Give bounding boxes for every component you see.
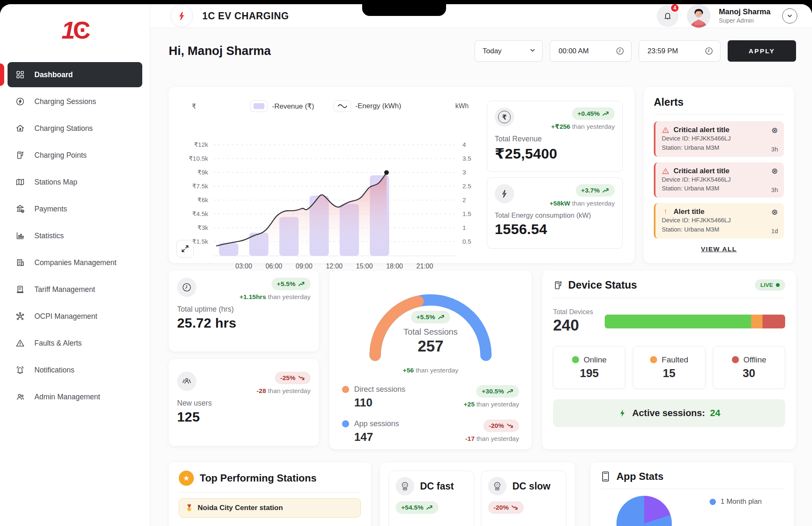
app-sessions-value: 147 [354, 431, 399, 444]
sidebar-item-label: Notifications [34, 366, 74, 375]
station-list-item[interactable]: Noida City Center station [179, 498, 361, 518]
expand-chart-button[interactable] [176, 240, 194, 258]
revenue-swatch-icon [250, 100, 268, 112]
app-brand-icon [170, 5, 193, 27]
device-status-bar [605, 315, 785, 328]
revenue-value: ₹25,5400 [495, 145, 615, 162]
svg-text:₹6k: ₹6k [198, 196, 209, 203]
svg-text:06:00: 06:00 [266, 263, 282, 270]
sidebar-item-tariff-management[interactable]: Tariff Management [8, 277, 142, 302]
notifications-button[interactable]: 4 [657, 5, 679, 27]
sidebar-item-faults-alerts[interactable]: Faults & Alerts [8, 331, 142, 356]
app-sessions-dot [342, 420, 349, 427]
critical-alert-icon [662, 126, 669, 134]
user-avatar[interactable] [687, 4, 710, 28]
offline-value: 30 [743, 367, 755, 380]
admin-users-icon [15, 392, 25, 402]
alert-device: Device ID: HFJKK5466LJ [662, 216, 778, 225]
pie-legend-item: 1 Month plan [710, 497, 762, 506]
page-greeting: Hi, Manoj Sharma [169, 44, 271, 58]
sidebar-item-ocpi-management[interactable]: OCPI Management [8, 304, 142, 329]
alert-title: Critical alert title [674, 126, 729, 134]
svg-text:21:00: 21:00 [416, 263, 433, 270]
top-stations-title: Top Performing Stations [200, 472, 316, 484]
sidebar-item-label: Statistics [34, 232, 64, 240]
svg-text:03:00: 03:00 [235, 263, 252, 270]
trend-down-icon [298, 375, 305, 380]
top-bar: 1C EV CHARGING 4 Manoj Sharma Super Admi… [150, 4, 812, 28]
new-users-card: -25% -28 than yesterday New users 125 [169, 359, 319, 446]
sidebar-item-companies-management[interactable]: Companies Management [8, 250, 142, 275]
dc-fast-box[interactable]: DC fast +54.5% [389, 471, 474, 526]
user-menu-button[interactable] [782, 8, 797, 23]
svg-text:3.5: 3.5 [462, 155, 471, 162]
alert-item-critical[interactable]: Critical alert title ⊗ Device ID: HFJKK5… [654, 121, 784, 157]
left-axis-title: ₹ [192, 102, 196, 110]
sidebar-item-dashboard[interactable]: Dashboard [8, 62, 142, 87]
svg-text:₹3k: ₹3k [198, 224, 209, 231]
energy-trend-pill: +3.7% [576, 184, 615, 197]
close-icon[interactable]: ⊗ [771, 208, 778, 216]
total-devices-label: Total Devices [553, 308, 593, 316]
faulted-devices-box[interactable]: Faulted 15 [633, 346, 705, 389]
start-time-input[interactable]: 00:00 AM [550, 40, 632, 62]
offline-dot [732, 356, 739, 363]
row-metrics: +5.5% +1.15hrs than yesterday Total upti… [169, 271, 796, 449]
svg-text:1: 1 [462, 224, 466, 231]
trend-up-icon [507, 389, 514, 394]
svg-text:09:00: 09:00 [296, 263, 313, 270]
alert-device: Device ID: HFJKK5466LJ [662, 175, 778, 185]
view-all-link[interactable]: VIEW ALL [654, 245, 784, 253]
clock-icon [616, 47, 624, 55]
station-name: Noida City Center station [198, 504, 283, 512]
notification-badge: 4 [670, 4, 679, 13]
online-label: Online [584, 355, 607, 365]
apply-button[interactable]: APPLY [728, 40, 796, 62]
sidebar-item-charging-sessions[interactable]: Charging Sessions [8, 89, 142, 114]
svg-text:₹9k: ₹9k [198, 169, 209, 176]
legend-revenue: -Revenue (₹) [250, 100, 314, 112]
clock-icon [177, 278, 196, 297]
trend-up-icon [438, 315, 445, 320]
greeting-row: Hi, Manoj Sharma Today 00:00 AM 23:59 PM [169, 40, 796, 62]
alerts-title: Alerts [654, 96, 784, 108]
critical-alert-icon [662, 167, 669, 175]
bank-icon [15, 204, 25, 214]
dc-slow-box[interactable]: DC slow -20% [481, 471, 567, 526]
sidebar-item-charging-stations[interactable]: Charging Stations [8, 116, 142, 141]
total-sessions-card: +5.5% Total Sessions 257 +56 than yester… [329, 271, 532, 449]
sidebar-item-charging-points[interactable]: Charging Points [8, 143, 142, 168]
plan-dot [710, 499, 716, 505]
alert-item-critical[interactable]: Critical alert title ⊗ Device ID: HFJKK5… [654, 162, 784, 198]
end-time-input[interactable]: 23:59 PM [639, 40, 721, 62]
offline-devices-box[interactable]: Offline 30 [713, 346, 785, 389]
charger-icon [15, 150, 25, 160]
svg-text:₹4.5k: ₹4.5k [192, 210, 208, 217]
trend-up-icon [603, 111, 609, 116]
date-range-select[interactable]: Today [475, 40, 543, 62]
direct-sessions-row: Direct sessions 110 +30.5% +25 than yest… [342, 385, 519, 409]
sidebar-item-notifications[interactable]: Notifications [8, 357, 142, 383]
close-icon[interactable]: ⊗ [771, 167, 778, 175]
sidebar-item-payments[interactable]: Payments [8, 196, 142, 221]
expand-icon [181, 245, 189, 253]
direct-sessions-label: Direct sessions [354, 385, 405, 394]
trend-up-icon [426, 505, 433, 510]
online-value: 195 [580, 367, 599, 380]
faulted-value: 15 [663, 367, 675, 380]
online-devices-box[interactable]: Online 195 [553, 346, 625, 389]
close-icon[interactable]: ⊗ [771, 126, 778, 134]
sidebar-item-label: Stations Map [34, 178, 77, 187]
sidebar-item-statistics[interactable]: Statistics [8, 223, 142, 248]
sidebar-item-stations-map[interactable]: Stations Map [8, 169, 142, 195]
sidebar-item-admin-management[interactable]: Admin Management [8, 384, 142, 409]
row-charts: ₹ -Revenue (₹) -Energy (kWh) kWh [169, 87, 796, 263]
app-trend-pill: -20% [483, 419, 519, 432]
new-users-value: 125 [177, 409, 311, 425]
bolt-icon [495, 184, 514, 203]
legend-energy-label: -Energy (kWh) [355, 102, 402, 110]
alert-item-warning[interactable]: Alert title ⊗ Device ID: HFJKK5466LJ Sta… [654, 203, 784, 239]
phone-icon [601, 471, 611, 482]
offline-label: Offline [744, 355, 767, 365]
svg-text:₹10.5k: ₹10.5k [189, 155, 209, 162]
